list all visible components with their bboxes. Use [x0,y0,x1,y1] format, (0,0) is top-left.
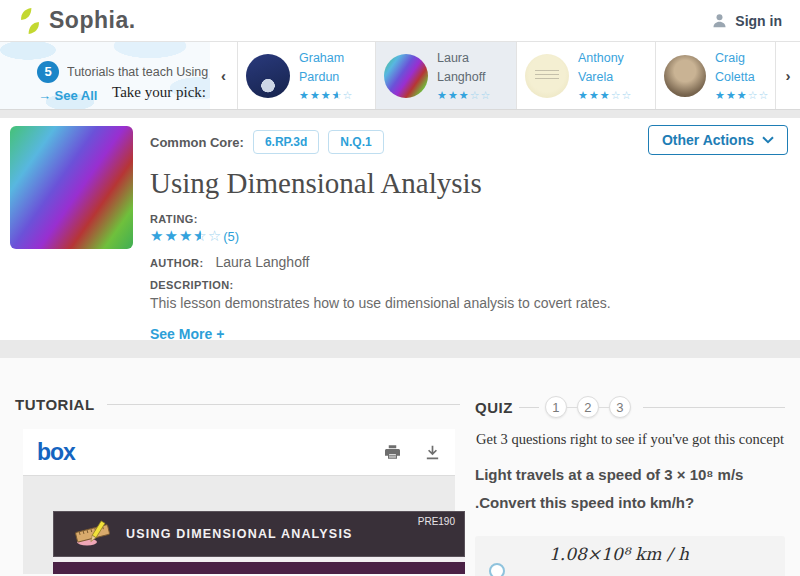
divider [519,407,539,408]
tutor-card-laura-langhoff[interactable]: Laura Langhoff ★★★☆☆ [375,42,516,109]
lesson-title: Using Dimensional Analysis [150,167,788,200]
lesson-rating-stars: ★★★★☆☆ (5) [150,227,788,245]
tutor-carousel: 5 Tutorials that teach Using Dime → See … [0,42,800,110]
download-icon[interactable] [424,443,441,461]
quiz-step-1[interactable]: 1 [545,396,567,418]
brand-name: Sophia. [49,7,136,34]
tutor-card-anthony-varela[interactable]: Anthony Varela ★★★☆☆ [516,42,655,109]
tutorial-heading: TUTORIAL [15,396,95,413]
description-text: This lesson demonstrates how to use dime… [150,295,788,311]
slide-code: PRE190 [418,516,455,527]
tutor-card-graham-pardun[interactable]: Graham Pardun ★★★★☆☆ [238,42,375,109]
other-actions-button[interactable]: Other Actions [648,125,788,155]
carousel-next-icon[interactable]: › [775,42,800,109]
author-name: Laura Langhoff [216,254,310,270]
divider [643,407,785,408]
tutor-rating-stars: ★★★☆☆ [578,89,632,101]
see-more-link[interactable]: See More + [150,326,224,342]
tutorial-count-badge: 5 [37,61,59,83]
carousel-heading: Tutorials that teach Using Dime [67,65,210,79]
tutor-rating-stars: ★★★★☆☆ [299,89,353,101]
tutorial-header: TUTORIAL [15,396,460,413]
answer-text: 1.08×10⁸ km / h [549,544,689,564]
quiz-tagline: Get 3 questions right to see if you've g… [475,431,785,448]
standard-badge-6rp3d[interactable]: 6.RP.3d [253,130,319,154]
quiz-column: QUIZ 1 2 3 Get 3 questions right to see … [460,358,800,576]
sophia-logo[interactable]: Sophia. [18,7,136,35]
document-page[interactable]: USING DIMENSIONAL ANALYSIS PRE190 [23,476,455,574]
box-logo[interactable]: box [37,439,75,466]
common-core-label: Common Core: [150,135,244,150]
quiz-step-2[interactable]: 2 [577,396,599,418]
quiz-header: QUIZ 1 2 3 [475,396,785,418]
avatar [525,54,569,98]
rating-label: RATING: [150,213,788,225]
radio-button[interactable] [489,563,505,576]
chevron-down-icon [762,136,774,144]
lesson-info-section: Common Core: 6.RP.3d N.Q.1 Other Actions… [0,118,800,340]
slide-purple-bar [53,562,465,574]
tutor-name[interactable]: Craig Coletta [715,51,755,84]
avatar [384,54,428,98]
author-row: AUTHOR: Laura Langhoff [150,254,788,270]
avatar [664,55,706,97]
tutor-name[interactable]: Laura Langhoff [437,51,485,84]
author-label: AUTHOR: [150,257,204,269]
see-all-link[interactable]: → See All [38,88,97,103]
rating-count[interactable]: (5) [223,229,239,244]
take-your-pick-text: Take your pick: [112,84,206,101]
divider [107,404,460,405]
slide-preview: USING DIMENSIONAL ANALYSIS PRE190 [53,511,465,574]
quiz-step-3[interactable]: 3 [609,396,631,418]
viewer-toolbar: box [23,429,455,476]
avatar [246,54,290,98]
carousel-promo: 5 Tutorials that teach Using Dime → See … [0,42,210,109]
sign-in-button[interactable]: Sign in [711,12,782,29]
lower-content: TUTORIAL box [0,358,800,576]
standard-badge-nq1[interactable]: N.Q.1 [328,130,383,154]
top-header: Sophia. Sign in [0,0,800,42]
slide-header: USING DIMENSIONAL ANALYSIS PRE190 [53,511,465,557]
sophia-leaf-icon [18,7,42,35]
tutor-rating-stars: ★★★☆☆ [715,89,769,101]
quiz-heading: QUIZ [475,399,513,416]
print-icon[interactable] [383,443,402,461]
tutor-name[interactable]: Graham Pardun [299,51,344,84]
description-label: DESCRIPTION: [150,279,788,291]
tutor-name[interactable]: Anthony Varela [578,51,624,84]
stars: ★★★★☆☆ [150,227,222,245]
other-actions-label: Other Actions [662,132,754,148]
person-icon [711,12,728,29]
quiz-answer-option[interactable]: 1.08×10⁸ km / h [475,536,785,576]
box-document-viewer: box [23,429,455,574]
ruler-pencil-icon [72,519,116,549]
sign-in-label: Sign in [735,13,782,29]
tutorial-column: TUTORIAL box [0,358,460,576]
tutor-rating-stars: ★★★☆☆ [437,89,491,101]
tutor-card-craig-coletta[interactable]: Craig Coletta ★★★☆☆ [655,42,775,109]
quiz-question: Light travels at a speed of 3 × 10⁸ m/s … [475,461,785,517]
slide-title: USING DIMENSIONAL ANALYSIS [126,527,353,541]
lesson-thumbnail [10,126,133,249]
carousel-prev-icon[interactable]: ‹ [210,42,238,109]
